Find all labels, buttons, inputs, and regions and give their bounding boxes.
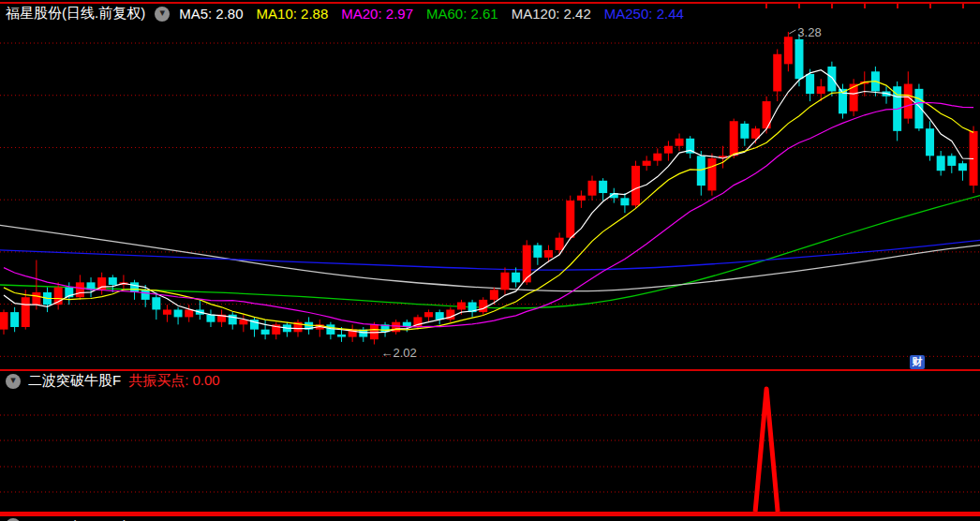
candle-body [457, 303, 466, 310]
candle-body [174, 309, 183, 317]
candle [196, 300, 204, 320]
candle [643, 156, 651, 171]
macd-indicator-name: MACD(12,26,9) [30, 517, 127, 521]
top-tick [897, 3, 898, 8]
candle [958, 161, 967, 181]
candle [206, 309, 215, 327]
ma-readout-ma120: MA120: 2.42 [512, 6, 591, 22]
candle [947, 154, 956, 173]
candle [970, 127, 978, 193]
candle-body [588, 181, 597, 196]
candle-body [707, 158, 716, 190]
candle [163, 305, 171, 322]
candle-body [0, 312, 8, 330]
candle-body [544, 250, 553, 258]
candle [479, 297, 487, 315]
candle-body [947, 156, 956, 166]
chevron-down-icon[interactable]: ▾ [155, 7, 170, 22]
top-tick [929, 3, 931, 8]
candle-body [76, 282, 84, 297]
candle [533, 243, 542, 265]
candle [500, 267, 509, 294]
low-annotation: ←2.02 [380, 346, 416, 360]
candle-body [631, 166, 640, 205]
candlestick-chart[interactable]: 3.28←2.02 [0, 24, 980, 369]
signal-label: 共振买点: [128, 372, 188, 388]
candle [806, 69, 814, 101]
ma-readout-ma20: MA20: 2.97 [341, 6, 413, 22]
top-tick [765, 3, 767, 8]
candle-body [229, 315, 237, 325]
candle [0, 309, 8, 334]
panel-divider[interactable] [0, 369, 980, 371]
main-chart-header: 福星股份(日线.前复权) ▾ MA5: 2.80MA10: 2.88MA20: … [6, 5, 684, 22]
macd-readout-dea: DEA: 0.00 [206, 517, 270, 521]
candle [119, 275, 127, 290]
candle-body [32, 292, 40, 305]
candle [283, 322, 291, 337]
candle [883, 86, 891, 104]
ma-readouts: MA5: 2.80MA10: 2.88MA20: 2.97MA60: 2.61M… [179, 6, 684, 22]
candle-body [904, 84, 913, 119]
candle [152, 292, 160, 320]
candle-body [337, 335, 346, 337]
high-annotation: 3.28 [797, 25, 821, 39]
macd-readouts: DIF: 0.01DEA: 0.00MACD: 0.00 [137, 517, 358, 521]
candle-body [697, 156, 705, 186]
candle-body [152, 297, 160, 309]
candle-body [326, 324, 334, 335]
candle [349, 324, 357, 342]
chevron-down-icon[interactable]: ▾ [6, 374, 21, 389]
candle-body [566, 201, 574, 238]
candle-body [817, 86, 825, 94]
candle [32, 260, 40, 310]
candle-body [261, 330, 270, 335]
candle [43, 288, 52, 312]
candle-body [958, 163, 967, 171]
app-window: 福星股份(日线.前复权) ▾ MA5: 2.80MA10: 2.88MA20: … [0, 0, 980, 521]
candle [893, 82, 901, 141]
candle-body [22, 297, 30, 327]
candle-body [599, 181, 607, 193]
candle-body [556, 238, 564, 250]
candle [97, 273, 106, 295]
candle [446, 307, 454, 322]
top-border-line [0, 2, 980, 4]
signal-indicator-chart[interactable] [0, 386, 980, 516]
candle-body [926, 128, 934, 156]
candle [773, 49, 781, 101]
candle [109, 275, 117, 292]
ma20-line [4, 103, 973, 327]
candle [326, 322, 334, 340]
candle [512, 267, 520, 287]
candle-body [794, 39, 803, 79]
stock-title: 福星股份(日线.前复权) [6, 5, 145, 22]
candle-body [141, 290, 150, 300]
candle-body [185, 309, 193, 317]
candle [664, 141, 673, 160]
candle [850, 79, 858, 116]
candle [707, 154, 716, 196]
signal-readout: 共振买点: 0.00 [128, 372, 220, 390]
candle-body [827, 67, 836, 91]
candle [250, 317, 259, 336]
top-tick [864, 3, 866, 8]
candle [926, 121, 934, 160]
candle [87, 277, 96, 297]
candle-body [676, 139, 684, 146]
candle [185, 305, 193, 322]
candle [686, 136, 694, 158]
candle [631, 161, 640, 208]
candle-body [392, 322, 400, 333]
candle-body [206, 315, 215, 322]
ma120-line [0, 225, 980, 290]
top-tick [831, 3, 833, 8]
candle [588, 175, 597, 200]
chevron-down-icon[interactable]: ▾ [6, 518, 21, 521]
candle-body [643, 161, 651, 166]
macd-header-strip-clipped[interactable]: ▾ MACD(12,26,9) DIF: 0.01DEA: 0.00MACD: … [0, 516, 980, 521]
top-tick [798, 3, 800, 8]
candle-body [10, 312, 19, 327]
candle [424, 309, 433, 321]
candle-body [500, 273, 509, 290]
